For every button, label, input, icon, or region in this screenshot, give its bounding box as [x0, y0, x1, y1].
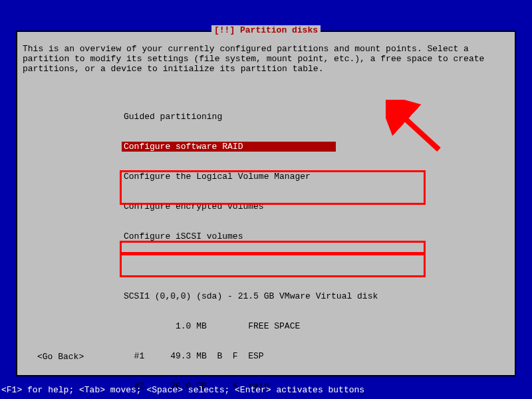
dialog-title-bar: [!!] Partition disks	[17, 25, 515, 35]
dialog-description: This is an overview of your currently co…	[23, 44, 509, 74]
menu-configure-encrypted[interactable]: Configure encrypted volumes	[124, 201, 415, 211]
menu-configure-raid[interactable]: Configure software RAID	[122, 142, 336, 152]
dialog-title: [!!] Partition disks	[211, 25, 321, 35]
partition-menu: Guided partitioning Configure software R…	[124, 92, 415, 399]
installer-dialog: [!!] Partition disks This is an overview…	[16, 31, 516, 376]
go-back-button[interactable]: <Go Back>	[37, 352, 84, 362]
menu-guided-partitioning[interactable]: Guided partitioning	[124, 112, 415, 122]
help-bar: <F1> for help; <Tab> moves; <Space> sele…	[1, 385, 364, 395]
sda-partition-1[interactable]: #1 49.3 MB B F ESP	[124, 351, 415, 361]
menu-configure-iscsi[interactable]: Configure iSCSI volumes	[124, 231, 415, 241]
sda-free-top[interactable]: 1.0 MB FREE SPACE	[124, 321, 415, 331]
menu-configure-lvm[interactable]: Configure the Logical Volume Manager	[124, 172, 415, 182]
disk-sda-header[interactable]: SCSI1 (0,0,0) (sda) - 21.5 GB VMware Vir…	[124, 291, 415, 301]
